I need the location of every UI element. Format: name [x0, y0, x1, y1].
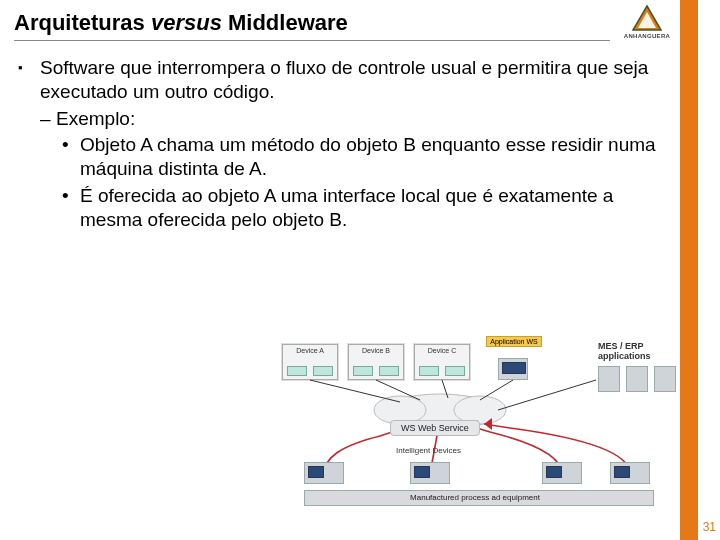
- subsub-marker-2: •: [62, 184, 80, 233]
- web-service-label: WS Web Service: [401, 423, 469, 433]
- title-area: Arquiteturas versus Middleware: [14, 10, 610, 41]
- bullet-row: ▪ Software que interrompera o fluxo de c…: [18, 56, 660, 232]
- device-icon-2: [410, 462, 450, 484]
- example-label: Exemplo:: [56, 107, 135, 131]
- subsub-text-2: É oferecida ao objeto A uma interface lo…: [80, 184, 660, 233]
- device-icon-1: [304, 462, 344, 484]
- title-part1: Arquiteturas: [14, 10, 151, 35]
- subsub-marker-1: •: [62, 133, 80, 182]
- slide: ANHANGUERA Arquiteturas versus Middlewar…: [0, 0, 720, 540]
- intelligent-devices-label: Intelligent Devices: [396, 446, 461, 455]
- device-icon-4-screen: [614, 466, 630, 478]
- example-row: – Exemplo:: [40, 107, 660, 131]
- subsub-row-1: • Objeto A chama um método do objeto B e…: [62, 133, 660, 182]
- sub-sub-list: • Objeto A chama um método do objeto B e…: [62, 133, 660, 232]
- device-icon-4: [610, 462, 650, 484]
- device-icon-2-screen: [414, 466, 430, 478]
- title-part3: Middleware: [222, 10, 348, 35]
- bullet-text: Software que interrompera o fluxo de con…: [40, 56, 660, 232]
- equipment-caption: Manufactured process ad equipment: [410, 494, 540, 503]
- slide-title: Arquiteturas versus Middleware: [14, 10, 610, 36]
- subsub-row-2: • É oferecida ao objeto A uma interface …: [62, 184, 660, 233]
- device-icon-3: [542, 462, 582, 484]
- logo-label: ANHANGUERA: [618, 33, 676, 39]
- logo: ANHANGUERA: [618, 4, 676, 39]
- bullet-marker: ▪: [18, 56, 40, 232]
- body-content: ▪ Software que interrompera o fluxo de c…: [18, 56, 660, 232]
- page-number: 31: [703, 520, 716, 534]
- main-text: Software que interrompera o fluxo de con…: [40, 57, 648, 102]
- web-service-bar: WS Web Service: [390, 420, 480, 436]
- triangle-logo-icon: [630, 4, 664, 32]
- device-icon-1-screen: [308, 466, 324, 478]
- title-part-italic: versus: [151, 10, 222, 35]
- example-marker: –: [40, 107, 56, 131]
- subsub-text-1: Objeto A chama um método do objeto B enq…: [80, 133, 660, 182]
- sub-list: – Exemplo: • Objeto A chama um método do…: [40, 107, 660, 233]
- architecture-diagram: Device A Device B Device C Application W…: [270, 338, 690, 518]
- device-icon-3-screen: [546, 466, 562, 478]
- title-underline: [14, 40, 610, 41]
